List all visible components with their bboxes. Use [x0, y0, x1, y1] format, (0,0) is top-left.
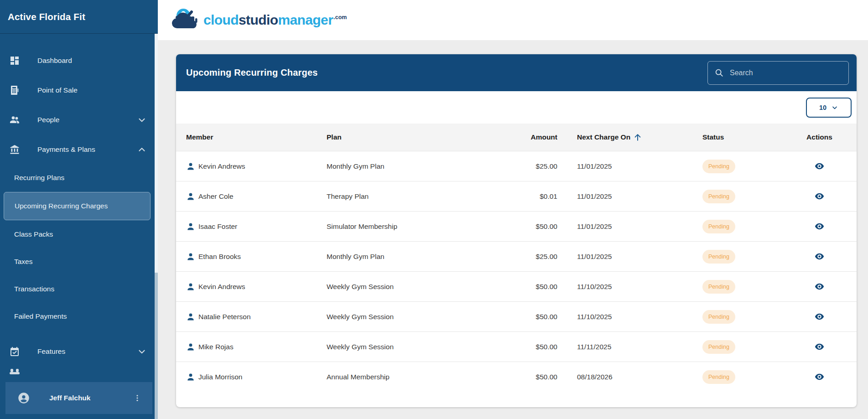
person-icon	[186, 372, 195, 382]
view-action-button[interactable]	[812, 189, 826, 203]
status-badge: Pending	[702, 220, 735, 233]
status-badge: Pending	[702, 160, 735, 173]
member-wrap: Asher Cole	[186, 192, 327, 201]
avatar-icon	[17, 392, 30, 404]
column-header-label-wrap: Plan	[327, 133, 342, 141]
amount-cell: $0.01	[489, 181, 567, 212]
view-action-button[interactable]	[812, 279, 826, 294]
plan-cell: Simulator Membership	[327, 212, 489, 242]
plan-cell: Weekly Gym Session	[327, 272, 489, 302]
sidebar-item-taxes[interactable]: Taxes	[0, 248, 158, 275]
status-badge: Pending	[702, 370, 735, 384]
status-cell: Pending	[696, 332, 782, 362]
plan-cell: Monthly Gym Plan	[327, 151, 489, 181]
card-header: Upcoming Recurring Charges	[176, 54, 857, 91]
sidebar-item-label: Class Packs	[14, 230, 53, 238]
status-cell: Pending	[696, 181, 782, 212]
member-cell: Natalie Peterson	[176, 302, 327, 332]
sidebar-item-label: Failed Payments	[14, 312, 67, 321]
chevron-down-icon	[137, 347, 147, 357]
sidebar-scrollbar-thumb[interactable]	[155, 34, 158, 273]
table-row: Kevin AndrewsWeekly Gym Session$50.0011/…	[176, 272, 857, 302]
page-size-select[interactable]: 10	[806, 98, 852, 118]
view-action-button[interactable]	[812, 219, 826, 233]
next-charge-cell: 11/10/2025	[567, 272, 696, 302]
column-header-member[interactable]: Member	[176, 124, 327, 151]
user-name: Jeff Falchuk	[49, 394, 90, 402]
logo[interactable]: cloudstudiomanager.com	[172, 7, 347, 29]
amount-cell: $50.00	[489, 332, 567, 362]
column-header-next-charge-on[interactable]: Next Charge On	[567, 124, 696, 151]
member-name: Natalie Peterson	[198, 313, 251, 321]
table-row: Asher ColeTherapy Plan$0.0111/01/2025Pen…	[176, 181, 857, 212]
member-name: Mike Rojas	[198, 343, 234, 351]
bank-icon	[9, 144, 20, 155]
table-row: Julia MorrisonAnnual Membership$50.0008/…	[176, 362, 857, 392]
next-charge-date: 11/01/2025	[577, 253, 612, 260]
view-action-button[interactable]	[812, 159, 826, 173]
sidebar-item-people[interactable]: People	[0, 105, 158, 134]
amount-cell: $50.00	[489, 212, 567, 242]
sidebar-item-failed-payments[interactable]: Failed Payments	[0, 303, 158, 330]
column-header-label-wrap: Status	[702, 133, 724, 141]
actions-cell	[782, 302, 857, 332]
sidebar-item-recurring-plans[interactable]: Recurring Plans	[0, 164, 158, 191]
sidebar-item-label: Features	[37, 347, 65, 356]
member-cell: Kevin Andrews	[176, 272, 327, 302]
sidebar-item-label: Dashboard	[37, 57, 72, 65]
sidebar-item-payments-plans[interactable]: Payments & Plans	[0, 134, 158, 164]
member-name: Julia Morrison	[198, 373, 242, 381]
sidebar-item-label: Taxes	[14, 258, 33, 266]
column-header-actions[interactable]: Actions	[782, 124, 857, 151]
column-header-status[interactable]: Status	[696, 124, 782, 151]
column-header-label-wrap: Next Charge On	[577, 133, 642, 142]
column-header-label: Amount	[530, 133, 557, 141]
member-name: Kevin Andrews	[198, 283, 245, 291]
next-charge-date: 11/01/2025	[577, 192, 612, 200]
search-input[interactable]	[729, 61, 848, 85]
sidebar-item-label: People	[37, 116, 59, 124]
view-action-button[interactable]	[812, 370, 826, 384]
plan-name: Simulator Membership	[327, 222, 397, 230]
sidebar-item-class-packs[interactable]: Class Packs	[0, 221, 158, 248]
actions-cell	[782, 272, 857, 302]
view-action-button[interactable]	[812, 249, 826, 264]
amount-value: $50.00	[536, 343, 557, 351]
chevron-up-icon	[137, 145, 147, 155]
sidebar-item-transactions[interactable]: Transactions	[0, 275, 158, 303]
user-bar[interactable]: Jeff Falchuk	[5, 382, 152, 414]
sidebar-item-dashboard[interactable]: Dashboard	[0, 46, 158, 75]
table-row: Isaac FosterSimulator Membership$50.0011…	[176, 212, 857, 242]
view-action-button[interactable]	[812, 340, 826, 354]
sidebar-item-features[interactable]: Features	[0, 336, 158, 366]
column-header-plan[interactable]: Plan	[327, 124, 489, 151]
eye-icon	[814, 341, 825, 352]
amount-value: $50.00	[536, 222, 557, 230]
member-cell: Kevin Andrews	[176, 151, 327, 181]
member-wrap: Natalie Peterson	[186, 312, 327, 321]
topbar: cloudstudiomanager.com	[158, 0, 868, 40]
kebab-icon[interactable]	[133, 394, 141, 402]
pos-icon	[9, 85, 20, 96]
view-action-button[interactable]	[812, 310, 826, 324]
sidebar-item-point-of-sale[interactable]: Point of Sale	[0, 75, 158, 105]
sidebar-nav: DashboardPoint of SalePeoplePayments & P…	[0, 34, 158, 366]
search-box[interactable]	[707, 61, 849, 85]
sidebar-item-upcoming-recurring-charges[interactable]: Upcoming Recurring Charges	[4, 192, 151, 220]
filter-row: 10	[176, 91, 857, 124]
table-row: Ethan BrooksMonthly Gym Plan$25.0011/01/…	[176, 242, 857, 272]
column-header-amount[interactable]: Amount	[489, 124, 567, 151]
upcoming-charges-card: Upcoming Recurring Charges 10 MemberPlan…	[176, 54, 857, 407]
status-cell: Pending	[696, 212, 782, 242]
actions-cell	[782, 362, 857, 392]
eye-icon	[814, 221, 825, 232]
amount-value: $50.00	[536, 373, 557, 381]
column-header-label: Plan	[327, 133, 342, 141]
eye-icon	[814, 281, 825, 292]
status-badge: Pending	[702, 310, 735, 324]
eye-icon	[814, 191, 825, 202]
calendar-check-icon	[9, 346, 20, 357]
chevron-down-icon	[831, 104, 838, 111]
search-icon	[714, 68, 724, 78]
eye-icon	[814, 161, 825, 171]
